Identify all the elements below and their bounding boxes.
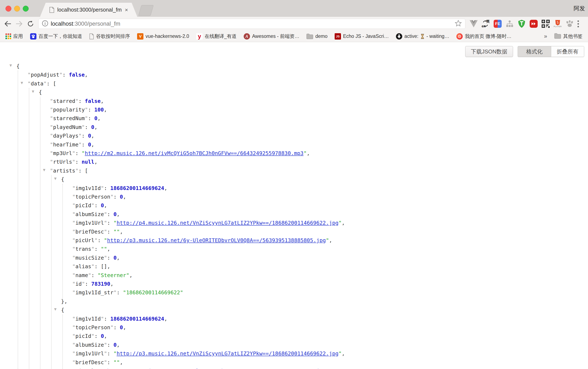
close-window-button[interactable] [5, 6, 11, 11]
indent-guide [62, 184, 63, 300]
bookmark-item[interactable]: 我的首页 微博-随时… [456, 33, 511, 40]
youdao-icon: y [196, 33, 203, 40]
bookmark-item[interactable]: Vvue-hackernews-2.0 [137, 33, 189, 40]
hourglass-icon [420, 34, 424, 39]
tab-close-icon[interactable]: × [125, 7, 128, 13]
reload-button[interactable] [26, 19, 35, 29]
collapse-triangle-icon[interactable]: ▼ [54, 307, 57, 311]
bookmark-item[interactable]: 谷歌按时间排序 [89, 33, 130, 40]
collapse-triangle-icon[interactable]: ▼ [21, 81, 23, 85]
json-line: "popAdjust": false, [28, 71, 88, 79]
indent-guide [62, 315, 63, 369]
bookmark-star-icon[interactable] [455, 20, 462, 28]
zoom-window-button[interactable] [23, 6, 29, 11]
json-line: { [39, 89, 42, 96]
bookmark-item[interactable]: y在线翻译_有道 [196, 33, 237, 40]
json-line: "id": 783190, [72, 280, 114, 288]
extension-icons: 英 en FE 5 [469, 19, 574, 28]
json-line: "topicPerson": 0, [72, 324, 126, 331]
fast-forward-red-extension-icon[interactable] [529, 19, 538, 28]
indent-guide [29, 88, 29, 369]
json-line: "albumSize": 0, [72, 211, 120, 218]
bookmark-label: Awesomes - 前端资… [252, 33, 299, 40]
indent-guide [18, 70, 18, 369]
minimize-window-button[interactable] [14, 6, 20, 11]
json-line: "data": [ [28, 80, 56, 87]
vue-devtools-extension-icon[interactable] [469, 19, 478, 28]
sitemap-extension-icon[interactable] [505, 19, 514, 28]
forward-button[interactable] [14, 19, 24, 29]
fehelper-extension-icon[interactable]: FE [493, 19, 502, 28]
bookmark-item[interactable]: JSEcho JS - JavaScri… [335, 33, 389, 40]
bookmark-item[interactable]: active:- waiting… [396, 33, 449, 40]
json-line: "rtUrls": null, [50, 159, 97, 166]
json-line: "starred": false, [50, 98, 104, 105]
tab-title: localhost:3000/personal_fm [57, 7, 122, 13]
apps-icon [5, 33, 11, 39]
json-line: "topicPerson": 0, [72, 193, 126, 200]
json-line: "img1v1Url": "http://p4.music.126.net/Vn… [72, 219, 345, 227]
echojs-icon: JS [335, 33, 341, 40]
url-host: localhost [51, 21, 73, 27]
translate-extension-icon[interactable]: 英 en [481, 19, 490, 28]
new-tab-button[interactable] [138, 5, 154, 16]
bookmark-label: vue-hackernews-2.0 [146, 33, 189, 39]
json-line: "name": "Steerner", [72, 272, 132, 279]
collapse-triangle-icon[interactable]: ▼ [43, 168, 45, 172]
json-line: "briefDesc": "", [72, 228, 123, 235]
bookmark-item[interactable]: 百度一下，你就知道 [30, 33, 82, 40]
json-line: { [61, 176, 64, 183]
json-url-link[interactable]: http://p4.music.126.net/VnZiScyynLG7atLI… [117, 220, 339, 226]
other-bookmarks-folder[interactable]: 其他书签 [554, 33, 583, 40]
back-button[interactable] [3, 19, 13, 29]
collapse-triangle-icon[interactable]: ▼ [32, 90, 34, 93]
page-icon [89, 33, 94, 39]
json-line: "img1v1Id": 18686200114669624, [72, 185, 168, 192]
bookmark-item[interactable]: 应用 [5, 33, 23, 40]
shield-t-extension-icon[interactable] [517, 19, 526, 28]
json-line: "picId": 0, [72, 202, 107, 209]
json-line: "briefDesc": "", [72, 359, 123, 366]
browser-toolbar: localhost:3000/personal_fm 英 en FE [0, 17, 588, 31]
bookmarks-overflow-chevron[interactable]: » [544, 33, 547, 40]
url-path: :3000/personal_fm [73, 21, 120, 27]
browser-menu-icon[interactable] [578, 20, 579, 27]
url-bar[interactable]: localhost:3000/personal_fm [38, 19, 465, 29]
vue-icon: V [137, 33, 143, 40]
json-line: "artists": [ [50, 167, 88, 174]
json-url-link[interactable]: http://p3.music.126.net/VnZiScyynLG7atLI… [117, 350, 339, 357]
json-line: "hearTime": 0, [50, 141, 94, 148]
baidu-icon [30, 33, 36, 40]
json-line: "mp3Url": "http://m2.music.126.net/ivMcQ… [50, 150, 310, 157]
bookmark-item[interactable]: AAwesomes - 前端资… [244, 33, 299, 40]
svg-text:5: 5 [556, 21, 559, 25]
json-line: "picUrl": "http://p3.music.126.net/6y-Ul… [72, 237, 332, 244]
bookmark-label: active: [404, 33, 418, 39]
indent-guide [51, 175, 52, 369]
json-line: "playedNum": 0, [50, 124, 97, 131]
bookmarks-bar-items: 应用百度一下，你就知道谷歌按时间排序Vvue-hackernews-2.0y在线… [5, 33, 511, 40]
html5-player-extension-icon[interactable]: 5 PLAYER [553, 19, 562, 28]
window-titlebar: localhost:3000/personal_fm × 阿发 [0, 0, 588, 17]
json-url-link[interactable]: http://m2.music.126.net/ivMcQYiG5oh7BCJh… [85, 150, 304, 156]
paw-extension-icon[interactable] [565, 19, 574, 28]
site-info-icon[interactable] [42, 20, 48, 27]
json-url-link[interactable]: http://p4.music.126.net/6y-UleORITEDbvrO… [107, 368, 326, 369]
collapse-triangle-icon[interactable]: ▼ [10, 64, 12, 67]
bookmark-label: 百度一下，你就知道 [39, 33, 82, 40]
json-line: "alias": [], [72, 263, 110, 270]
json-line: { [61, 307, 64, 314]
bookmark-item[interactable]: demo [306, 33, 327, 39]
qr-code-extension-icon[interactable] [541, 19, 550, 28]
browser-tab[interactable]: localhost:3000/personal_fm × [40, 3, 137, 17]
awesomes-icon: A [244, 33, 250, 40]
json-line: "trans": "", [72, 246, 110, 253]
json-line: "starredNum": 0, [50, 115, 101, 122]
json-line: "albumSize": 0, [72, 341, 120, 349]
activedl-icon [396, 33, 402, 40]
collapse-triangle-icon[interactable]: ▼ [54, 177, 57, 180]
json-url-link[interactable]: http://p3.music.126.net/6y-UleORITEDbvrO… [107, 237, 326, 243]
profile-name[interactable]: 阿发 [574, 5, 585, 12]
url-text: localhost:3000/personal_fm [51, 21, 455, 27]
json-line: { [16, 63, 20, 70]
